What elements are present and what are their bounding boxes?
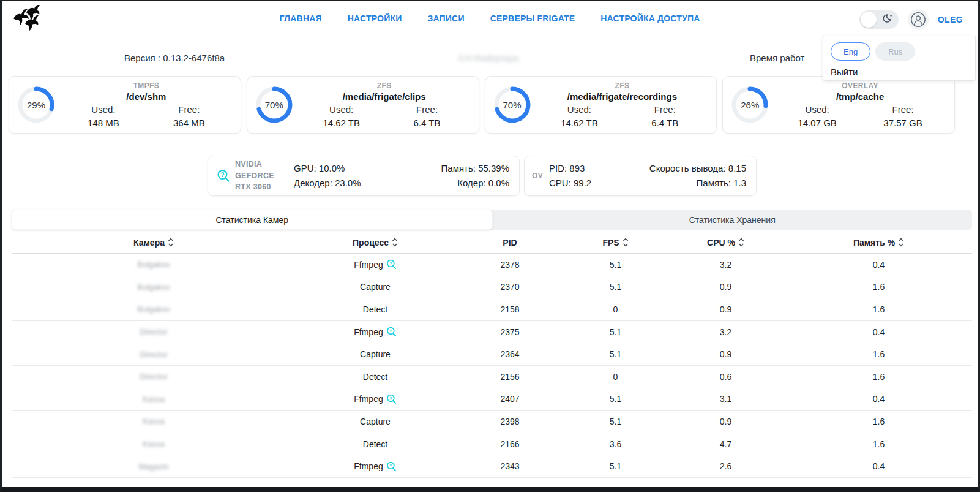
theme-toggle[interactable]	[859, 10, 899, 29]
cpu-cell: 4.7	[666, 439, 785, 449]
process-cell: Ffmpeg ?	[296, 394, 455, 404]
lang-rus-button[interactable]: Rus	[875, 42, 915, 61]
moon-icon	[882, 13, 894, 25]
sort-chevrons-icon	[738, 238, 744, 247]
used-value: 148 MB	[61, 118, 146, 128]
table-row: Bulgakov Capture ? 2370 5.1 0.9 1.6	[12, 276, 972, 299]
process-cell: Capture ?	[296, 417, 455, 426]
storage-cards-row: 29% TMPFS /dev/shm Used: 148 MB Free: 36…	[9, 76, 955, 134]
svg-text:?: ?	[389, 261, 392, 267]
magnifier-question-icon[interactable]: ?	[386, 259, 397, 270]
column-header-label: Процесс	[353, 238, 389, 248]
storage-card: 70% ZFS /media/frigate/recordings Used: …	[485, 76, 717, 134]
process-label: Capture	[360, 417, 391, 426]
pid-cell: 2407	[455, 394, 565, 404]
svg-text:?: ?	[389, 328, 392, 334]
process-cell: Detect ?	[296, 439, 455, 449]
server-name-blurred: CH-Radujnaya	[458, 53, 518, 63]
memory-cell: 1.6	[785, 282, 972, 292]
process-label: Detect	[363, 439, 387, 449]
table-row: Director Ffmpeg ? 2375 5.1 3.2 0.4	[12, 321, 972, 344]
svg-text:?: ?	[389, 396, 392, 401]
magnifier-question-icon[interactable]: ?	[386, 327, 397, 337]
filesystem-type-label: ZFS	[537, 81, 708, 90]
tab-storage-stats[interactable]: Статистика Хранения	[493, 210, 973, 230]
ov-output-speed: Скорость вывода: 8.15	[649, 161, 746, 176]
magnifier-question-icon[interactable]: ?	[217, 169, 230, 183]
fps-cell: 3.6	[565, 439, 666, 449]
storage-card-body: OVERLAY /tmp/cache Used: 14.07 GB Free: …	[769, 81, 946, 128]
gpu-decoder: Декодер: 23.0%	[294, 176, 441, 191]
memory-cell: 1.6	[785, 439, 972, 449]
fps-cell: 5.1	[565, 327, 666, 337]
storage-card: 70% ZFS /media/frigate/clips Used: 14.62…	[247, 76, 479, 134]
sort-chevrons-icon	[168, 238, 174, 247]
free-value: 37.57 GB	[860, 118, 946, 128]
username-button[interactable]: OLEG	[938, 15, 963, 25]
svg-text:?: ?	[389, 463, 392, 468]
column-header-camera[interactable]: Камера	[12, 238, 296, 248]
magnifier-question-icon[interactable]: ?	[386, 461, 397, 472]
user-avatar-icon[interactable]	[908, 9, 929, 30]
table-header-row: Камера Процесс PID FPS CPU % Память %	[12, 232, 972, 254]
storage-card: 29% TMPFS /dev/shm Used: 148 MB Free: 36…	[9, 76, 241, 134]
nav-item-settings[interactable]: НАСТРОЙКИ	[348, 13, 402, 23]
sort-chevrons-icon	[392, 238, 398, 247]
mount-path-label: /media/frigate/clips	[299, 91, 470, 102]
frigate-dashboard-page: ГЛАВНАЯ НАСТРОЙКИ ЗАПИСИ СЕРВЕРЫ FRIGATE…	[0, 0, 980, 492]
top-right-cluster: OLEG	[859, 9, 963, 30]
column-header-cpu[interactable]: CPU %	[666, 238, 785, 248]
nav-item-home[interactable]: ГЛАВНАЯ	[279, 13, 321, 23]
used-value: 14.62 TB	[299, 118, 384, 128]
magnifier-question-icon[interactable]: ?	[386, 394, 397, 404]
gpu-stats-card: ? NVIDIA GEFORCE RTX 3060 GPU: 10.0% Дек…	[208, 156, 520, 196]
table-row: Bulgakov Ffmpeg ? 2378 5.1 3.2 0.4	[12, 254, 972, 276]
filesystem-type-label: ZFS	[299, 81, 470, 90]
pid-cell: 2378	[455, 260, 565, 270]
language-switcher: Eng Rus	[831, 42, 968, 61]
camera-name-cell: Director	[12, 327, 296, 336]
svg-text:?: ?	[220, 172, 224, 178]
process-label: Ffmpeg	[354, 461, 383, 471]
column-header-memory[interactable]: Память %	[785, 238, 972, 248]
tab-camera-stats[interactable]: Статистика Камер	[12, 210, 493, 230]
cpu-cell: 3.2	[666, 260, 785, 270]
used-label: Used:	[774, 104, 860, 115]
main-nav: ГЛАВНАЯ НАСТРОЙКИ ЗАПИСИ СЕРВЕРЫ FRIGATE…	[279, 13, 700, 23]
cpu-cell: 0.9	[666, 305, 785, 314]
version-label: Версия : 0.13.2-6476f8a	[124, 53, 225, 63]
process-label: Ffmpeg	[354, 394, 383, 404]
gpu-encoder: Кодер: 0.0%	[441, 176, 509, 191]
frigate-birds-logo[interactable]	[12, 5, 40, 36]
column-header-label: Память %	[853, 238, 895, 248]
column-header-label: CPU %	[707, 238, 735, 248]
lang-eng-button[interactable]: Eng	[831, 42, 870, 61]
table-row: Kassa Capture ? 2398 5.1 0.9 1.6	[12, 411, 972, 433]
ov-memory: Память: 1.3	[649, 176, 746, 191]
column-header-process[interactable]: Процесс	[296, 238, 455, 248]
free-value: 6.4 TB	[622, 118, 708, 128]
cpu-cell: 0.9	[666, 417, 785, 426]
table-row: Director Capture ? 2364 5.1 0.9 1.6	[12, 343, 972, 366]
nav-item-recordings[interactable]: ЗАПИСИ	[427, 13, 464, 23]
process-label: Detect	[363, 305, 387, 314]
stats-tabbar: Статистика Камер Статистика Хранения	[12, 210, 972, 230]
free-label: Free:	[622, 104, 708, 115]
memory-cell: 1.6	[785, 417, 972, 426]
memory-cell: 0.4	[785, 461, 972, 471]
fps-cell: 5.1	[565, 282, 666, 292]
pid-cell: 2370	[455, 282, 565, 292]
logout-menu-item[interactable]: Выйти	[831, 67, 858, 77]
camera-name-cell: Kassa	[12, 417, 296, 426]
usage-percent-label: 70%	[255, 85, 294, 124]
nav-item-frigate-servers[interactable]: СЕРВЕРЫ FRIGATE	[490, 13, 575, 23]
pid-cell: 2166	[455, 439, 565, 449]
usage-percent-label: 29%	[17, 85, 56, 124]
mount-path-label: /dev/shm	[61, 91, 232, 102]
nav-item-access-settings[interactable]: НАСТРОЙКА ДОСТУПА	[600, 13, 700, 23]
usage-donut-gauge: 29%	[17, 85, 56, 124]
process-cell: Ffmpeg ?	[296, 259, 455, 270]
column-header-fps[interactable]: FPS	[565, 238, 666, 248]
camera-stats-table: Камера Процесс PID FPS CPU % Память %	[12, 232, 972, 478]
storage-card: 26% OVERLAY /tmp/cache Used: 14.07 GB Fr…	[722, 76, 955, 134]
